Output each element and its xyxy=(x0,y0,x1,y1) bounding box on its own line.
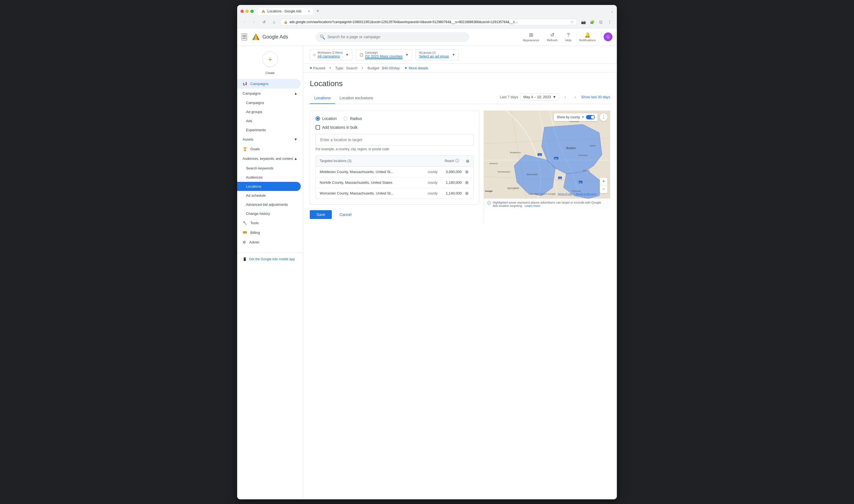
home-button[interactable]: ⌂ xyxy=(270,18,278,26)
workspace-label: Workspace (2 filters) xyxy=(317,51,343,54)
zoom-out-button[interactable]: − xyxy=(600,185,607,193)
zoom-in-button[interactable]: + xyxy=(600,178,607,185)
minimize-button[interactable] xyxy=(246,10,249,13)
maximize-button[interactable] xyxy=(250,10,254,13)
sidebar-item-search-keywords[interactable]: Search keywords xyxy=(237,164,301,173)
sidebar-item-goals[interactable]: 🏆 Goals xyxy=(237,144,301,154)
radio-location-inner xyxy=(317,118,319,120)
forward-button[interactable]: › xyxy=(250,18,258,26)
sidebar-item-campaigns[interactable]: 📢 Campaigns xyxy=(237,79,301,89)
status-dot xyxy=(310,67,312,69)
remove-all-icon[interactable]: ⊗ xyxy=(466,159,469,164)
sidebar-section-assets[interactable]: Assets ▼ xyxy=(237,134,303,144)
cancel-button[interactable]: Cancel xyxy=(335,210,356,219)
back-button[interactable]: ‹ xyxy=(240,18,248,26)
global-search[interactable]: 🔍 xyxy=(315,32,469,42)
extensions-button[interactable]: 🧩 xyxy=(588,18,596,26)
targeted-locations-table: Targeted locations (3) Reach ⓘ ⊗ Mid xyxy=(315,156,473,199)
browser-tab[interactable]: Locations - Google Ads × xyxy=(258,8,313,15)
sidebar-item-experiments[interactable]: Experiments xyxy=(237,125,301,134)
get-app-link[interactable]: 📱 Get the Google Ads mobile app xyxy=(243,257,297,261)
date-prev-button[interactable]: ‹ xyxy=(561,93,569,101)
billing-icon: 💳 xyxy=(243,231,247,235)
remove-location-2[interactable]: ⊗ xyxy=(464,191,469,196)
sidebar-item-advanced-bid[interactable]: Advanced bid adjustments xyxy=(237,200,301,209)
remove-location-1[interactable]: ⊗ xyxy=(464,180,469,185)
sidebar-item-change-history[interactable]: Change history xyxy=(237,209,301,218)
screenshot-button[interactable]: 📷 xyxy=(579,18,587,26)
sidebar-section-audiences[interactable]: Audiences, keywords, and content ▲ xyxy=(237,154,303,164)
learn-more-link[interactable]: Learn more xyxy=(525,204,540,208)
filters-bar: ⌂ Workspace (2 filters) All campaigns ▼ … xyxy=(303,46,617,64)
sidebar-item-audiences[interactable]: Audiences xyxy=(237,173,301,182)
campaign-filter[interactable]: 📋 Campaign Q2 2023 Mass counties ▼ xyxy=(356,49,412,60)
map-menu-button[interactable]: ⋮ xyxy=(600,113,607,121)
location-name-0: Middlesex County, Massachusetts, United … xyxy=(320,170,428,174)
window-expand-icon[interactable]: ⌄ xyxy=(611,10,614,13)
new-tab-button[interactable]: + xyxy=(316,8,320,14)
workspace-filter[interactable]: ⌂ Workspace (2 filters) All campaigns ▼ xyxy=(310,49,352,60)
svg-text:Springfield: Springfield xyxy=(507,186,519,189)
show-30-days-link[interactable]: Show last 30 days xyxy=(581,95,610,99)
bookmark-icon[interactable]: ☆ xyxy=(570,20,574,24)
notifications-button[interactable]: 🔔 Notifications xyxy=(576,30,599,43)
menu-dots-button[interactable]: ⋮ xyxy=(606,18,614,26)
tab-locations[interactable]: Locations xyxy=(310,92,335,104)
audiences-label: Audiences xyxy=(246,175,263,179)
page-content: Locations Locations Location exclusions xyxy=(303,73,617,499)
address-bar[interactable]: 🔒 ads.google.com/aw/locations?campaignId… xyxy=(280,19,577,25)
close-button[interactable] xyxy=(240,10,244,13)
checkbox-bulk[interactable] xyxy=(315,125,320,130)
notifications-label: Notifications xyxy=(579,38,596,42)
date-dropdown-arrow: ▼ xyxy=(553,95,556,99)
sidebar-item-locations[interactable]: Locations xyxy=(237,182,301,191)
appearance-button[interactable]: ⊞ Appearance xyxy=(520,30,543,43)
sidebar-item-campaigns-sub[interactable]: Campaigns xyxy=(237,98,301,107)
radio-location[interactable]: Location xyxy=(315,116,337,121)
status-label: Paused xyxy=(313,66,325,70)
date-picker[interactable]: May 4 – 10, 2023 ▼ xyxy=(520,93,559,101)
remove-location-0[interactable]: ⊗ xyxy=(464,169,469,175)
header-divider xyxy=(601,33,601,41)
create-button[interactable]: + xyxy=(262,51,278,67)
user-avatar[interactable]: G xyxy=(604,33,613,41)
adgroup-filter[interactable]: Ad groups (2) Select an ad group ▼ xyxy=(415,49,459,60)
tab-location-exclusions[interactable]: Location exclusions xyxy=(335,92,378,104)
sidebar-item-adgroups[interactable]: Ad groups xyxy=(237,107,301,116)
sidebar-item-ads[interactable]: Ads xyxy=(237,116,301,125)
logo-text: Google Ads xyxy=(262,34,288,40)
sidebar-item-billing[interactable]: 💳 Billing xyxy=(237,228,301,237)
search-input[interactable] xyxy=(327,35,465,39)
campaign-dropdown-arrow: ▼ xyxy=(405,53,408,57)
page-title: Locations xyxy=(310,79,610,88)
terms-link[interactable]: Terms of Use xyxy=(558,193,572,195)
radio-radius[interactable]: Radius xyxy=(343,116,362,121)
date-next-button[interactable]: › xyxy=(571,93,579,101)
campaign-icon: 📋 xyxy=(359,53,363,57)
report-map-error-link[interactable]: Report a map error xyxy=(576,193,597,195)
profile-button[interactable]: ⊡ xyxy=(597,18,605,26)
save-button[interactable]: Save xyxy=(310,210,332,219)
reload-button[interactable]: ↺ xyxy=(260,18,268,26)
sidebar-section-campaigns[interactable]: Campaigns ▲ xyxy=(237,89,303,98)
more-details-link[interactable]: ▼ More details xyxy=(404,66,429,70)
sidebar: + Create 📢 Campaigns Campaigns ▲ Campaig… xyxy=(237,46,303,499)
hamburger-menu-button[interactable]: ☰ xyxy=(241,33,247,40)
county-toggle[interactable] xyxy=(586,115,595,120)
tab-close-icon[interactable]: × xyxy=(308,10,310,13)
reach-header: Reach ⓘ xyxy=(444,159,459,163)
reach-info-icon[interactable]: ⓘ xyxy=(455,159,459,163)
show-by-county-control[interactable]: Show by county ▼ xyxy=(554,113,598,121)
location-type-0: county xyxy=(428,170,437,174)
locations-right: Brattleboro Northampton Springfield Amhe… xyxy=(484,111,610,224)
chevron-down-icon: ▼ xyxy=(404,66,408,70)
admin-label: Admin xyxy=(249,240,259,244)
sidebar-item-tools[interactable]: 🔧 Tools xyxy=(237,218,301,228)
help-button[interactable]: ? Help xyxy=(562,31,575,43)
assets-label: Assets xyxy=(243,137,253,141)
refresh-button[interactable]: ↺ Refresh xyxy=(544,30,561,43)
advanced-bid-label: Advanced bid adjustments xyxy=(246,202,288,206)
location-search-input[interactable] xyxy=(315,134,473,146)
sidebar-item-ad-schedule[interactable]: Ad schedule xyxy=(237,191,301,200)
sidebar-item-admin[interactable]: ⚙ Admin xyxy=(237,237,301,247)
